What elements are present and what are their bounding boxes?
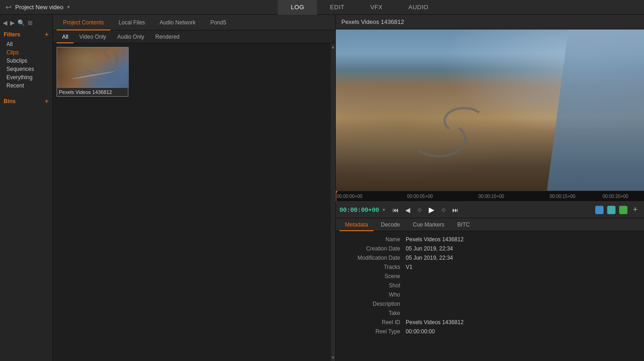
bins-label: Bins: [4, 98, 16, 105]
nav-edit-button[interactable]: EDIT: [317, 0, 357, 15]
filter-clips[interactable]: Clips: [4, 48, 49, 57]
tab-local-files[interactable]: Local Files: [112, 15, 151, 30]
search-icon[interactable]: 🔍: [17, 19, 25, 26]
right-panel: Pexels Videos 1436812 00:00:00+00 00:00:…: [336, 15, 644, 361]
mark-out-button[interactable]: ◇: [438, 205, 448, 215]
top-nav: LOG EDIT VFX AUDIO: [75, 0, 644, 15]
subtab-video-only[interactable]: Video Only: [74, 30, 111, 43]
meta-key-name: Name: [341, 236, 406, 243]
tab-project-contents[interactable]: Project Contents: [57, 15, 110, 30]
meta-key-creation-date: Creation Date: [341, 245, 406, 252]
bins-section: Bins +: [0, 95, 52, 109]
metadata-content: Name Pexels Videos 1436812 Creation Date…: [336, 231, 644, 361]
grid-view-icon[interactable]: ⊞: [28, 19, 33, 26]
subtab-rendered[interactable]: Rendered: [150, 30, 185, 43]
video-scene: [336, 29, 644, 191]
add-marker-button[interactable]: +: [630, 205, 640, 215]
clip-item[interactable]: Pexels Videos 1436812: [57, 47, 128, 97]
scroll-down-arrow[interactable]: ▼: [330, 354, 335, 361]
tab-pond5[interactable]: Pond5: [204, 15, 233, 30]
meta-row-take: Take: [336, 309, 644, 318]
metadata-tab-metadata[interactable]: Metadata: [339, 218, 374, 231]
teal-marker-button[interactable]: [607, 206, 615, 214]
meta-key-reel-id: Reel ID: [341, 319, 406, 326]
nav-audio-button[interactable]: AUDIO: [396, 0, 442, 15]
content-scrollbar[interactable]: ▲ ▼: [331, 43, 335, 361]
filter-recent[interactable]: Recent: [4, 82, 49, 90]
timecode-dropdown-icon[interactable]: ▾: [383, 207, 385, 212]
bins-add-button[interactable]: +: [45, 97, 49, 105]
meta-key-tracks: Tracks: [341, 264, 406, 270]
timemarker-0: 00:00:00+00: [337, 194, 362, 199]
metadata-tab-cue-markers[interactable]: Cue Markers: [407, 218, 450, 231]
filters-section: Filters + All Clips Subclips Sequences E…: [0, 29, 52, 92]
preview-title: Pexels Videos 1436812: [341, 18, 404, 25]
sidebar: ◀ ▶ 🔍 ⊞ Filters + All Clips Subclips Seq…: [0, 15, 53, 361]
timemarker-4: 00:00:20+00: [603, 194, 628, 199]
meta-val-take: [406, 310, 638, 316]
meta-key-modification-date: Modification Date: [341, 255, 406, 261]
meta-key-reel-type: Reel Type: [341, 328, 406, 335]
meta-key-take: Take: [341, 310, 406, 316]
tab-bar: Project Contents Local Files Audio Netwo…: [53, 15, 335, 30]
meta-row-reel-id: Reel ID Pexels Videos 1436812: [336, 318, 644, 327]
metadata-tab-bitc[interactable]: BITC: [452, 218, 475, 231]
forward-nav-icon[interactable]: ▶: [10, 19, 15, 26]
meta-row-tracks: Tracks V1: [336, 262, 644, 272]
filters-add-button[interactable]: +: [45, 31, 49, 38]
subtab-all[interactable]: All: [57, 30, 74, 43]
meta-val-scene: [406, 273, 638, 279]
center-panel: Project Contents Local Files Audio Netwo…: [53, 15, 336, 361]
meta-row-reel-type: Reel Type 00:00:00:00: [336, 327, 644, 336]
tab-audio-network[interactable]: Audio Network: [153, 15, 202, 30]
video-road-layer: [397, 94, 536, 167]
meta-row-name: Name Pexels Videos 1436812: [336, 235, 644, 244]
meta-val-reel-id: Pexels Videos 1436812: [406, 319, 638, 326]
go-to-end-button[interactable]: ⏭: [450, 205, 460, 215]
meta-row-description: Description: [336, 299, 644, 309]
filters-header: Filters +: [4, 31, 49, 38]
timeline-bar[interactable]: 00:00:00+00 00:00:05+00 00:00:10+00 00:0…: [336, 191, 644, 202]
meta-val-tracks: V1: [406, 264, 638, 270]
filter-sequences[interactable]: Sequences: [4, 65, 49, 73]
meta-key-scene: Scene: [341, 273, 406, 279]
meta-row-modification-date: Modification Date 05 Jun 2019, 22:34: [336, 253, 644, 262]
filter-subclips[interactable]: Subclips: [4, 57, 49, 65]
nav-log-button[interactable]: LOG: [278, 0, 317, 15]
clip-label: Pexels Videos 1436812: [57, 88, 128, 96]
dropdown-icon[interactable]: ▾: [67, 4, 70, 10]
metadata-tab-decode[interactable]: Decode: [375, 218, 405, 231]
prev-frame-button[interactable]: ◀: [402, 205, 413, 215]
meta-row-who: Who: [336, 290, 644, 299]
preview-video[interactable]: [336, 29, 644, 191]
timemarker-2: 00:00:10+00: [478, 194, 504, 199]
sub-tab-bar: All Video Only Audio Only Rendered: [53, 30, 335, 43]
mark-in-button[interactable]: ◇: [414, 205, 425, 215]
meta-val-shot: [406, 282, 638, 289]
meta-val-description: [406, 301, 638, 307]
meta-val-modification-date: 05 Jun 2019, 22:34: [406, 255, 638, 261]
metadata-panel: Metadata Decode Cue Markers BITC Name Pe…: [336, 218, 644, 361]
meta-val-creation-date: 05 Jun 2019, 22:34: [406, 245, 638, 252]
green-marker-button[interactable]: [619, 206, 627, 214]
filter-everything[interactable]: Everything: [4, 73, 49, 82]
sidebar-toolbar: ◀ ▶ 🔍 ⊞: [0, 18, 52, 27]
subtab-audio-only[interactable]: Audio Only: [112, 30, 150, 43]
timecode-display: 00:00:00+00: [339, 206, 379, 213]
go-to-start-button[interactable]: ⏮: [391, 205, 401, 215]
back-nav-icon[interactable]: ◀: [3, 19, 7, 26]
play-button[interactable]: ▶: [426, 205, 437, 215]
metadata-tabs: Metadata Decode Cue Markers BITC: [336, 218, 644, 231]
main-layout: ◀ ▶ 🔍 ⊞ Filters + All Clips Subclips Seq…: [0, 15, 644, 361]
meta-row-shot: Shot: [336, 281, 644, 290]
content-area: Pexels Videos 1436812 ▲ ▼: [53, 43, 335, 361]
meta-key-shot: Shot: [341, 282, 406, 289]
timemarker-3: 00:00:15+00: [550, 194, 575, 199]
blue-marker-button[interactable]: [595, 206, 604, 214]
scroll-up-arrow[interactable]: ▲: [330, 43, 335, 50]
nav-vfx-button[interactable]: VFX: [357, 0, 396, 15]
timemarker-1: 00:00:05+00: [407, 194, 433, 199]
meta-val-name: Pexels Videos 1436812: [406, 236, 638, 243]
filter-all[interactable]: All: [4, 40, 49, 48]
back-icon[interactable]: ↩: [6, 3, 12, 12]
